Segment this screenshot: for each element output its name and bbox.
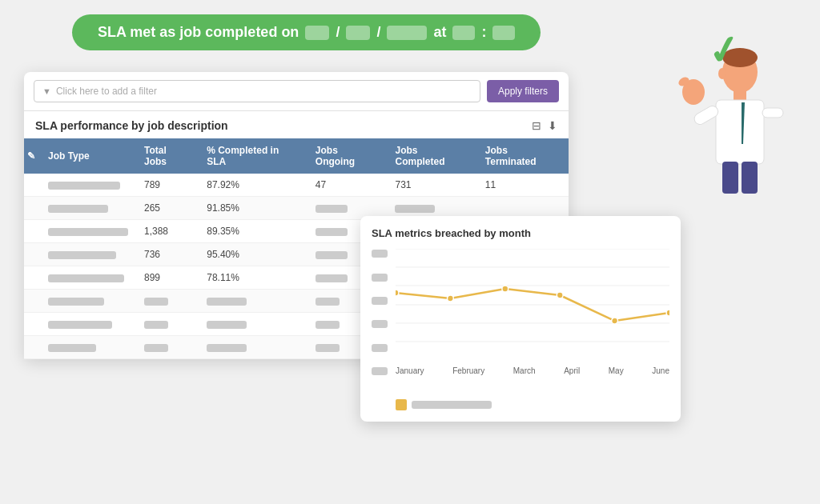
edit-icon[interactable]: ✎ — [27, 150, 35, 162]
legend-color — [396, 399, 407, 410]
svg-point-19 — [447, 295, 453, 302]
time-part-1 — [452, 26, 475, 40]
job-type-cell — [40, 290, 136, 313]
x-label-feb: February — [452, 366, 484, 375]
job-type-cell — [40, 266, 136, 290]
job-type-cell — [40, 174, 136, 197]
svg-rect-9 — [722, 162, 738, 194]
col-pct-completed: % Completed in SLA — [199, 138, 308, 174]
chart-x-labels: January February March April May June — [396, 366, 669, 375]
export-icon[interactable]: ⊟ — [532, 119, 541, 132]
time-part-2 — [492, 26, 515, 40]
total-jobs-cell: 789 — [136, 174, 199, 197]
sla-banner-text: SLA met as job completed on — [98, 24, 299, 41]
edit-col-header: ✎ — [24, 138, 40, 174]
svg-point-20 — [502, 286, 508, 292]
download-icon[interactable]: ⬇ — [548, 119, 557, 132]
x-label-apr: April — [564, 366, 580, 375]
sla-banner: SLA met as job completed on / / at : — [72, 14, 541, 50]
x-label-jun: June — [652, 366, 669, 375]
completed-cell: 731 — [387, 174, 476, 197]
svg-rect-8 — [762, 108, 783, 118]
chart-plot: January February March April May June — [396, 249, 669, 361]
job-type-cell — [40, 220, 136, 243]
table-row: 789 87.92% 47 731 11 — [24, 174, 569, 197]
svg-rect-10 — [742, 162, 758, 194]
chart-area: January February March April May June — [372, 249, 669, 377]
table-header: ✎ Job Type Total Jobs % Completed in SLA… — [24, 138, 569, 174]
chart-card: SLA metrics breached by month — [360, 216, 681, 422]
sla-banner-at: at — [433, 24, 446, 41]
date-part-2 — [346, 26, 370, 40]
legend-label — [412, 401, 492, 409]
x-label-mar: March — [513, 366, 536, 375]
col-total-jobs: Total Jobs — [136, 138, 199, 174]
job-type-cell — [40, 243, 136, 266]
row-edit-cell — [24, 174, 40, 197]
svg-point-23 — [666, 310, 669, 316]
svg-point-21 — [557, 292, 563, 298]
ongoing-cell: 47 — [308, 174, 388, 197]
table-actions: ⊟ ⬇ — [532, 119, 557, 132]
filter-bar: ▼ Click here to add a filter Apply filte… — [24, 72, 569, 111]
filter-placeholder: Click here to add a filter — [56, 86, 157, 97]
col-job-type: Job Type — [40, 138, 136, 174]
date-part-1 — [305, 26, 329, 40]
x-label-may: May — [609, 366, 624, 375]
job-type-cell — [40, 336, 136, 359]
svg-rect-2 — [734, 91, 746, 101]
terminated-cell: 11 — [477, 174, 569, 197]
svg-rect-3 — [716, 100, 764, 164]
person-illustration — [676, 48, 804, 224]
checkmark-icon: ✓ — [704, 26, 743, 75]
filter-input[interactable]: ▼ Click here to add a filter — [34, 80, 480, 102]
x-label-jan: January — [396, 366, 424, 375]
date-part-3 — [387, 26, 427, 40]
col-jobs-completed: Jobs Completed — [387, 138, 476, 174]
job-type-cell — [40, 197, 136, 220]
apply-filters-button[interactable]: Apply filters — [487, 80, 559, 102]
chart-legend — [372, 399, 669, 410]
pct-cell: 87.92% — [199, 174, 308, 197]
chart-y-labels — [372, 249, 388, 377]
filter-icon: ▼ — [42, 86, 51, 96]
job-type-cell — [40, 313, 136, 336]
table-title: SLA performance by job description — [35, 119, 228, 132]
col-jobs-terminated: Jobs Terminated — [477, 138, 569, 174]
svg-point-22 — [612, 318, 618, 324]
svg-point-18 — [396, 290, 399, 296]
table-header-row: SLA performance by job description ⊟ ⬇ — [24, 111, 569, 138]
chart-title: SLA metrics breached by month — [372, 227, 669, 239]
col-jobs-ongoing: Jobs Ongoing — [308, 138, 388, 174]
